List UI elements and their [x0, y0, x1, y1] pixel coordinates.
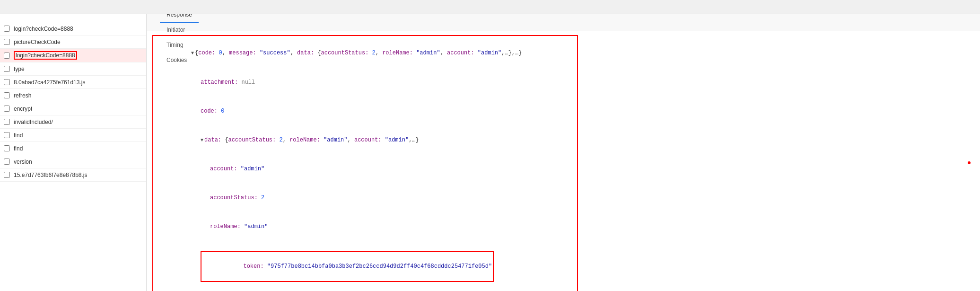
- network-item-checkbox[interactable]: [4, 53, 10, 59]
- expand-icon-data[interactable]: ▼: [201, 138, 203, 143]
- network-item-checkbox[interactable]: [4, 132, 10, 138]
- json-line-token: token: "975f77be8bc14bbfa0ba3b3ef2bc26cc…: [157, 241, 573, 291]
- main-content: login?checkCode=8888pictureCheckCodelogi…: [0, 14, 980, 291]
- network-item-checkbox[interactable]: [4, 159, 10, 165]
- network-item-name: encrypt: [14, 106, 32, 112]
- network-item-name: version: [14, 159, 32, 165]
- left-panel-header: [0, 14, 146, 22]
- json-line-data: ▼data: {accountStatus: 2, roleName: "adm…: [157, 126, 573, 155]
- response-area: ▼{code: 0, message: "success", data: {ac…: [147, 31, 980, 291]
- network-item-name: type: [14, 66, 25, 72]
- network-item[interactable]: encrypt: [0, 102, 146, 115]
- json-line-rolename: roleName: "admin": [157, 212, 573, 241]
- network-item-name: invalidIncluded/: [14, 119, 53, 125]
- network-item[interactable]: type: [0, 62, 146, 76]
- network-list: login?checkCode=8888pictureCheckCodelogi…: [0, 22, 146, 182]
- token-highlight-box: token: "975f77be8bc14bbfa0ba3b3ef2bc26cc…: [201, 251, 494, 282]
- json-line-account: account: "admin": [157, 155, 573, 184]
- red-dot-indicator: [968, 161, 971, 164]
- network-item-name: 8.0abad7ca4275fe761d13.js: [14, 79, 85, 86]
- expand-icon-root[interactable]: ▼: [191, 51, 194, 56]
- network-item-checkbox[interactable]: [4, 79, 10, 85]
- network-item[interactable]: login?checkCode=8888: [0, 49, 146, 62]
- tab-response[interactable]: Response: [160, 14, 199, 23]
- top-bar: [0, 0, 980, 14]
- response-outer-box: ▼{code: 0, message: "success", data: {ac…: [152, 35, 578, 291]
- network-item-name: find: [14, 132, 23, 139]
- left-panel: login?checkCode=8888pictureCheckCodelogi…: [0, 14, 147, 291]
- network-item[interactable]: find: [0, 142, 146, 155]
- network-item[interactable]: pictureCheckCode: [0, 35, 146, 49]
- network-item-name: 15.e7d7763fb6f7e8e878b8.js: [14, 172, 87, 178]
- network-item-name: refresh: [14, 92, 31, 99]
- json-line-summary: ▼{code: 0, message: "success", data: {ac…: [157, 39, 573, 68]
- json-line-code: code: 0: [157, 97, 573, 125]
- right-panel: HeadersPreviewResponseInitiatorTimingCoo…: [147, 14, 980, 291]
- network-item-checkbox[interactable]: [4, 66, 10, 72]
- network-item-name: find: [14, 145, 23, 152]
- network-item[interactable]: find: [0, 129, 146, 142]
- network-item-checkbox[interactable]: [4, 26, 10, 32]
- json-line-accountstatus: accountStatus: 2: [157, 184, 573, 212]
- network-item-checkbox[interactable]: [4, 145, 10, 151]
- network-item[interactable]: 15.e7d7763fb6f7e8e878b8.js: [0, 168, 146, 182]
- network-item-name: login?checkCode=8888: [14, 26, 73, 32]
- network-item[interactable]: refresh: [0, 89, 146, 102]
- network-item[interactable]: invalidIncluded/: [0, 115, 146, 129]
- json-line-attachment: attachment: null: [157, 68, 573, 97]
- network-item[interactable]: 8.0abad7ca4275fe761d13.js: [0, 76, 146, 89]
- network-item-name: login?checkCode=8888: [14, 51, 77, 60]
- network-item-checkbox[interactable]: [4, 39, 10, 45]
- network-item[interactable]: login?checkCode=8888: [0, 22, 146, 35]
- network-item-checkbox[interactable]: [4, 119, 10, 125]
- network-item-checkbox[interactable]: [4, 92, 10, 98]
- close-button[interactable]: [150, 22, 154, 24]
- network-item-checkbox[interactable]: [4, 172, 10, 178]
- network-item-name: pictureCheckCode: [14, 39, 61, 45]
- network-item[interactable]: version: [0, 155, 146, 168]
- tabs-row: HeadersPreviewResponseInitiatorTimingCoo…: [147, 14, 980, 31]
- network-item-checkbox[interactable]: [4, 106, 10, 112]
